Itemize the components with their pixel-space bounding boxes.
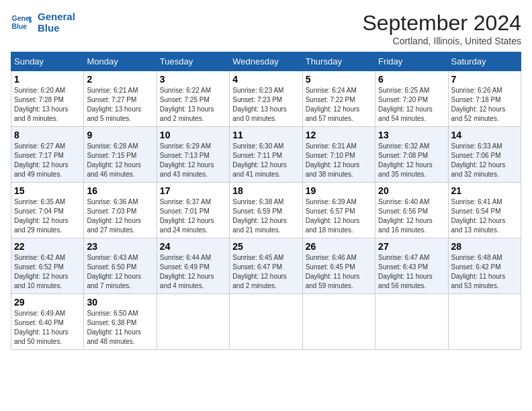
day-number: 20 (378, 185, 445, 196)
day-number: 26 (306, 241, 372, 252)
day-number: 8 (14, 130, 81, 140)
cell-info: Sunrise: 6:35 AMSunset: 7:04 PMDaylight:… (14, 197, 81, 235)
cell-info: Sunrise: 6:42 AMSunset: 6:52 PMDaylight:… (14, 253, 81, 291)
calendar-cell: 5Sunrise: 6:24 AMSunset: 7:22 PMDaylight… (302, 71, 375, 127)
weekday-header-tuesday: Tuesday (157, 52, 229, 71)
calendar-cell (375, 294, 448, 350)
calendar-cell (230, 294, 302, 350)
cell-info: Sunrise: 6:43 AMSunset: 6:50 PMDaylight:… (87, 253, 153, 291)
calendar-cell: 21Sunrise: 6:41 AMSunset: 6:54 PMDayligh… (448, 183, 521, 238)
cell-info: Sunrise: 6:50 AMSunset: 6:38 PMDaylight:… (87, 309, 153, 347)
logo-general: General (38, 11, 75, 22)
cell-info: Sunrise: 6:38 AMSunset: 6:59 PMDaylight:… (232, 197, 299, 235)
day-number: 3 (160, 74, 226, 85)
cell-info: Sunrise: 6:25 AMSunset: 7:20 PMDaylight:… (378, 86, 445, 124)
calendar-cell: 8Sunrise: 6:27 AMSunset: 7:17 PMDaylight… (11, 127, 84, 183)
day-number: 11 (232, 130, 299, 140)
day-number: 2 (87, 74, 153, 85)
day-number: 12 (306, 130, 372, 140)
day-number: 17 (160, 185, 226, 196)
svg-text:Blue: Blue (12, 23, 28, 30)
calendar-cell: 26Sunrise: 6:46 AMSunset: 6:45 PMDayligh… (302, 238, 375, 294)
calendar-cell: 1Sunrise: 6:20 AMSunset: 7:28 PMDaylight… (11, 71, 84, 127)
day-number: 22 (14, 241, 81, 252)
cell-info: Sunrise: 6:37 AMSunset: 7:01 PMDaylight:… (160, 197, 226, 235)
calendar-cell (157, 294, 229, 350)
day-number: 6 (378, 74, 445, 85)
calendar-table: SundayMondayTuesdayWednesdayThursdayFrid… (11, 52, 521, 350)
day-number: 7 (451, 74, 518, 85)
day-number: 24 (160, 241, 226, 252)
calendar-cell: 25Sunrise: 6:45 AMSunset: 6:47 PMDayligh… (230, 238, 302, 294)
cell-info: Sunrise: 6:22 AMSunset: 7:25 PMDaylight:… (160, 86, 226, 124)
calendar-week-row: 22Sunrise: 6:42 AMSunset: 6:52 PMDayligh… (11, 238, 521, 294)
location: Cortland, Illinois, United States (362, 36, 521, 46)
cell-info: Sunrise: 6:21 AMSunset: 7:27 PMDaylight:… (87, 86, 153, 124)
title-area: September 2024 Cortland, Illinois, Unite… (362, 11, 521, 46)
calendar-cell: 11Sunrise: 6:30 AMSunset: 7:11 PMDayligh… (230, 127, 302, 183)
calendar-cell: 19Sunrise: 6:39 AMSunset: 6:57 PMDayligh… (302, 183, 375, 238)
cell-info: Sunrise: 6:29 AMSunset: 7:13 PMDaylight:… (160, 142, 226, 179)
header: General Blue General Blue September 2024… (11, 11, 521, 46)
calendar-cell (448, 294, 521, 350)
cell-info: Sunrise: 6:20 AMSunset: 7:28 PMDaylight:… (14, 86, 81, 124)
calendar-week-row: 8Sunrise: 6:27 AMSunset: 7:17 PMDaylight… (11, 127, 521, 183)
calendar-week-row: 15Sunrise: 6:35 AMSunset: 7:04 PMDayligh… (11, 183, 521, 238)
calendar-week-row: 1Sunrise: 6:20 AMSunset: 7:28 PMDaylight… (11, 71, 521, 127)
cell-info: Sunrise: 6:45 AMSunset: 6:47 PMDaylight:… (232, 253, 299, 291)
weekday-header-friday: Friday (375, 52, 448, 71)
cell-info: Sunrise: 6:26 AMSunset: 7:18 PMDaylight:… (451, 86, 518, 124)
calendar-cell: 4Sunrise: 6:23 AMSunset: 7:23 PMDaylight… (230, 71, 302, 127)
cell-info: Sunrise: 6:27 AMSunset: 7:17 PMDaylight:… (14, 142, 81, 179)
calendar-cell: 27Sunrise: 6:47 AMSunset: 6:43 PMDayligh… (375, 238, 448, 294)
cell-info: Sunrise: 6:49 AMSunset: 6:40 PMDaylight:… (14, 309, 81, 347)
calendar-cell: 16Sunrise: 6:36 AMSunset: 7:03 PMDayligh… (84, 183, 157, 238)
calendar-cell: 22Sunrise: 6:42 AMSunset: 6:52 PMDayligh… (11, 238, 84, 294)
calendar-cell: 13Sunrise: 6:32 AMSunset: 7:08 PMDayligh… (375, 127, 448, 183)
calendar-cell: 2Sunrise: 6:21 AMSunset: 7:27 PMDaylight… (84, 71, 157, 127)
day-number: 10 (160, 130, 226, 140)
cell-info: Sunrise: 6:24 AMSunset: 7:22 PMDaylight:… (306, 86, 372, 124)
cell-info: Sunrise: 6:28 AMSunset: 7:15 PMDaylight:… (87, 142, 153, 179)
calendar-cell: 24Sunrise: 6:44 AMSunset: 6:49 PMDayligh… (157, 238, 229, 294)
weekday-header-sunday: Sunday (11, 52, 84, 71)
day-number: 16 (87, 185, 153, 196)
day-number: 23 (87, 241, 153, 252)
calendar-cell: 12Sunrise: 6:31 AMSunset: 7:10 PMDayligh… (302, 127, 375, 183)
calendar-cell: 3Sunrise: 6:22 AMSunset: 7:25 PMDaylight… (157, 71, 229, 127)
calendar-cell: 9Sunrise: 6:28 AMSunset: 7:15 PMDaylight… (84, 127, 157, 183)
cell-info: Sunrise: 6:41 AMSunset: 6:54 PMDaylight:… (451, 197, 518, 235)
calendar-cell: 6Sunrise: 6:25 AMSunset: 7:20 PMDaylight… (375, 71, 448, 127)
logo-icon: General Blue (11, 11, 32, 33)
calendar-week-row: 29Sunrise: 6:49 AMSunset: 6:40 PMDayligh… (11, 294, 521, 350)
day-number: 1 (14, 74, 81, 85)
calendar-header-row: SundayMondayTuesdayWednesdayThursdayFrid… (11, 52, 521, 71)
day-number: 25 (232, 241, 299, 252)
calendar-cell: 17Sunrise: 6:37 AMSunset: 7:01 PMDayligh… (157, 183, 229, 238)
calendar-cell: 18Sunrise: 6:38 AMSunset: 6:59 PMDayligh… (230, 183, 302, 238)
calendar-cell: 29Sunrise: 6:49 AMSunset: 6:40 PMDayligh… (11, 294, 84, 350)
cell-info: Sunrise: 6:31 AMSunset: 7:10 PMDaylight:… (306, 142, 372, 179)
day-number: 13 (378, 130, 445, 140)
cell-info: Sunrise: 6:32 AMSunset: 7:08 PMDaylight:… (378, 142, 445, 179)
logo: General Blue General Blue (11, 11, 75, 34)
cell-info: Sunrise: 6:30 AMSunset: 7:11 PMDaylight:… (232, 142, 299, 179)
cell-info: Sunrise: 6:47 AMSunset: 6:43 PMDaylight:… (378, 253, 445, 291)
weekday-header-monday: Monday (84, 52, 157, 71)
day-number: 14 (451, 130, 518, 140)
weekday-header-thursday: Thursday (302, 52, 375, 71)
calendar-cell: 14Sunrise: 6:33 AMSunset: 7:06 PMDayligh… (448, 127, 521, 183)
calendar-cell: 15Sunrise: 6:35 AMSunset: 7:04 PMDayligh… (11, 183, 84, 238)
calendar-cell (302, 294, 375, 350)
day-number: 4 (232, 74, 299, 85)
cell-info: Sunrise: 6:46 AMSunset: 6:45 PMDaylight:… (306, 253, 372, 291)
cell-info: Sunrise: 6:23 AMSunset: 7:23 PMDaylight:… (232, 86, 299, 124)
day-number: 18 (232, 185, 299, 196)
cell-info: Sunrise: 6:39 AMSunset: 6:57 PMDaylight:… (306, 197, 372, 235)
cell-info: Sunrise: 6:48 AMSunset: 6:42 PMDaylight:… (451, 253, 518, 291)
month-title: September 2024 (362, 11, 521, 36)
calendar-cell: 7Sunrise: 6:26 AMSunset: 7:18 PMDaylight… (448, 71, 521, 127)
day-number: 27 (378, 241, 445, 252)
day-number: 15 (14, 185, 81, 196)
calendar-cell: 10Sunrise: 6:29 AMSunset: 7:13 PMDayligh… (157, 127, 229, 183)
